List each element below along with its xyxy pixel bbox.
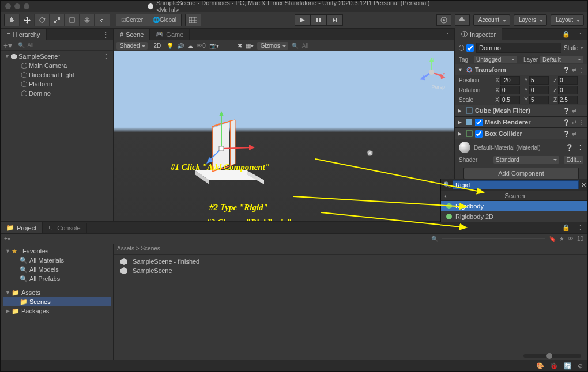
rotation-x-field[interactable] [500,86,520,94]
custom-tool[interactable] [95,14,110,26]
pivot-mode[interactable]: ⊡ Center [116,14,148,26]
layer-dropdown[interactable]: Default [540,56,583,63]
account-dropdown[interactable]: Account [473,14,510,26]
scene-grid-icon[interactable]: ▦▾ [246,43,254,49]
asset-item[interactable]: SampleScene - finished [118,257,582,266]
shading-mode-dropdown[interactable]: Shaded [116,42,148,50]
scene-search[interactable]: All [302,43,308,49]
inspector-lock[interactable]: 🔒 [559,31,574,38]
toggle-2d[interactable]: 2D [151,43,163,49]
shader-dropdown[interactable]: Standard [493,156,559,164]
step-button[interactable] [327,14,343,26]
collab-button[interactable] [436,14,451,26]
scale-tool[interactable] [50,14,65,26]
box-collider-enabled[interactable] [475,130,483,138]
inspector-tab[interactable]: ⓘ Inspector [455,28,502,40]
hierarchy-search[interactable]: All [27,42,33,48]
status-check-icon[interactable]: ⊘ [578,362,583,370]
edit-shader-button[interactable]: Edit... [564,156,583,164]
cloud-button[interactable] [455,14,470,26]
play-button[interactable] [295,14,311,26]
box-collider-header[interactable]: ▶ Box Collider ❔⇄⋮ [455,128,587,139]
status-autorefresh-icon[interactable]: 🔄 [564,362,572,370]
scene-root[interactable]: ▼ SampleScene* ⋮ [2,52,112,61]
gizmos-dropdown[interactable]: Gizmos [257,42,288,50]
project-menu[interactable]: ⋮ [574,224,587,231]
layers-dropdown[interactable]: Layers [514,14,547,26]
search-result-rigidbody[interactable]: Rigidbody [441,201,587,211]
component-menu-icon[interactable]: ⋮ [579,67,585,73]
minimize-window-button[interactable] [14,3,20,9]
assets-item-scenes[interactable]: 📁 Scenes [3,297,111,306]
space-mode[interactable]: 🌐 Global [148,14,181,26]
project-tab[interactable]: 📁 Project [1,222,43,233]
position-z-field[interactable] [558,76,578,85]
snap-toggle[interactable] [186,14,201,26]
console-tab[interactable]: 🗨 Console [43,223,86,233]
hierarchy-menu[interactable]: ⋮ [99,30,113,39]
position-x-field[interactable] [500,76,520,85]
hidden-toggle-icon[interactable]: 👁 [568,236,574,242]
search-back-icon[interactable]: ‹ [444,192,447,199]
move-tool[interactable] [20,14,35,26]
material-header[interactable]: Default-Material (Material) ❔⋮ [455,139,587,155]
inspector-menu[interactable]: ⋮ [574,31,587,38]
scene-audio-icon[interactable]: 🔊 [177,43,184,49]
scene-fx-icon[interactable]: ☁ [187,43,193,49]
hierarchy-item[interactable]: Platform [2,79,112,89]
project-breadcrumb[interactable]: Assets > Scenes [114,244,587,255]
hand-tool[interactable] [5,14,20,26]
hierarchy-item[interactable]: Directional Light [2,70,112,79]
favorite-item[interactable]: 🔍 All Models [3,265,111,274]
reset-icon[interactable]: ⇄ [572,67,576,73]
favorite-item[interactable]: 🔍 All Materials [3,256,111,265]
project-search-field[interactable] [442,238,545,239]
perspective-label[interactable]: Persp [431,84,445,90]
project-lock[interactable]: 🔒 [559,224,574,231]
mesh-filter-header[interactable]: ▶ Cube (Mesh Filter) ❔⇄⋮ [455,105,587,116]
favorites-root[interactable]: ▼★ Favorites [3,246,111,256]
position-y-field[interactable] [529,76,549,85]
component-search-input[interactable] [453,180,579,189]
rect-tool[interactable] [65,14,80,26]
scene-view[interactable]: y x Persp ✺ #1 Click "Add Component" #2 … [114,51,454,221]
assets-root[interactable]: ▼📁 Assets [3,288,111,297]
favorite-icon[interactable]: ★ [559,236,564,242]
orientation-gizmo[interactable]: y x [416,56,447,88]
help-icon[interactable]: ❔ [563,67,570,73]
search-result-rigidbody-2d[interactable]: Rigidbody 2D [441,211,587,222]
game-tab[interactable]: 🎮 Game [150,29,190,40]
hierarchy-item[interactable]: Main Camera [2,61,112,70]
pause-button[interactable] [311,14,327,26]
scene-tab[interactable]: # Scene [114,29,150,40]
hierarchy-tab[interactable]: ≡ Hierarchy [1,29,47,40]
packages-root[interactable]: ▶📁 Packages [3,306,111,316]
thumbnail-size-slider[interactable] [523,354,581,358]
tag-dropdown[interactable]: Untagged [474,56,517,63]
window-controls[interactable] [5,3,29,9]
asset-item[interactable]: SampleScene [118,266,582,275]
create-dropdown[interactable]: +▾ [3,41,12,50]
project-create-button[interactable]: +▾ [4,236,10,242]
clear-search-icon[interactable]: ✕ [581,181,586,189]
gameobject-name-field[interactable] [476,43,561,53]
scene-tools-icon[interactable]: ✖ [238,43,242,49]
transform-component-header[interactable]: ▼ Transform ❔ ⇄ ⋮ [455,64,587,75]
hierarchy-item[interactable]: Domino [2,89,112,98]
mesh-renderer-header[interactable]: ▶ Mesh Renderer ❔⇄⋮ [455,116,587,128]
scale-x-field[interactable] [500,96,520,104]
favorite-item[interactable]: 🔍 All Prefabs [3,274,111,283]
mesh-renderer-enabled[interactable] [475,119,483,126]
scale-z-field[interactable] [558,96,578,104]
gameobject-enabled-checkbox[interactable] [466,44,474,52]
scene-camera-icon[interactable]: 📷▾ [209,43,219,49]
filter-icon[interactable]: 🔖 [549,236,556,242]
scene-lighting-icon[interactable]: 💡 [167,43,174,49]
layout-dropdown[interactable]: Layout [551,14,584,26]
rotation-y-field[interactable] [529,86,549,94]
scale-y-field[interactable] [529,96,549,104]
transform-tool[interactable] [80,14,95,26]
close-window-button[interactable] [5,3,11,9]
static-dropdown[interactable]: ▾ [581,45,583,51]
scene-tab-menu[interactable]: ⋮ [441,31,454,38]
